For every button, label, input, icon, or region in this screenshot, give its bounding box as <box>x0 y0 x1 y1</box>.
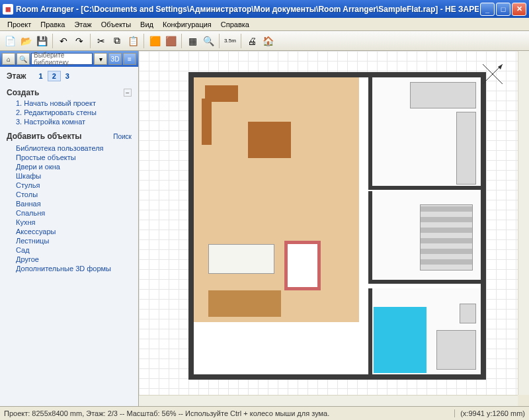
maximize-button[interactable]: □ <box>496 3 510 16</box>
link-new-project[interactable]: Начать новый проект <box>7 99 132 108</box>
floorplan[interactable] <box>188 72 486 380</box>
status-coords: (x:9941 y:1260 mm) <box>454 409 525 417</box>
link-room-settings[interactable]: Настройка комнат <box>7 117 132 126</box>
object-category-10[interactable]: Лестницы <box>7 236 132 245</box>
object-category-2[interactable]: Двери и окна <box>7 162 132 171</box>
copy-icon[interactable]: ⧉ <box>110 34 124 48</box>
undo-icon[interactable]: ↶ <box>56 34 71 48</box>
minimize-button[interactable]: _ <box>480 3 495 16</box>
object-category-8[interactable]: Кухня <box>7 218 132 227</box>
menu-project[interactable]: Проект <box>3 19 36 30</box>
counter[interactable] <box>410 82 476 108</box>
floor-label: Этаж <box>7 71 26 81</box>
object-category-13[interactable]: Дополнительные 3D формы <box>7 264 132 273</box>
nav-search-icon[interactable]: 🔍 <box>17 53 30 65</box>
search-link[interactable]: Поиск <box>113 133 132 140</box>
separator <box>52 34 53 48</box>
nav-home-icon[interactable]: ⌂ <box>2 53 15 65</box>
menubar: Проект Правка Этаж Объекты Вид Конфигура… <box>0 18 529 31</box>
object-category-6[interactable]: Ванная <box>7 199 132 208</box>
compass-icon <box>476 58 509 91</box>
toilet[interactable] <box>460 304 476 323</box>
object-category-9[interactable]: Аксессуары <box>7 227 132 236</box>
new-icon[interactable]: 📄 <box>3 34 17 48</box>
sofa[interactable] <box>208 244 274 274</box>
overview-icon[interactable]: ▦ <box>185 34 200 48</box>
cut-icon[interactable]: ✂ <box>94 34 108 48</box>
object-category-3[interactable]: Шкафы <box>7 171 132 181</box>
furniture[interactable] <box>208 290 281 317</box>
create-section: Создать − <box>7 88 132 97</box>
nav-panel: ⌂ 🔍 Выберите библиотеку... ▾ 3D ≡ <box>0 51 138 67</box>
menu-config[interactable]: Конфигурация <box>158 19 216 30</box>
window-title: Room Arranger - [C:\Documents and Settin… <box>16 5 479 14</box>
separator <box>219 34 220 48</box>
menu-view[interactable]: Вид <box>136 19 158 30</box>
add-objects-label: Добавить объекты <box>7 132 82 141</box>
shower[interactable] <box>436 330 476 370</box>
rug[interactable] <box>284 241 321 290</box>
canvas[interactable] <box>139 51 529 406</box>
floor-tab-1[interactable]: 1 <box>34 71 48 81</box>
paste-icon[interactable]: 📋 <box>126 34 140 48</box>
svg-marker-1 <box>498 64 503 69</box>
menu-objects[interactable]: Объекты <box>97 19 136 30</box>
print-icon[interactable]: 🖨 <box>245 34 259 48</box>
create-label: Создать <box>7 88 39 97</box>
cube2-icon[interactable]: 🟫 <box>163 34 178 48</box>
separator <box>143 34 144 48</box>
link-edit-walls[interactable]: Редактировать стены <box>7 108 132 117</box>
menu-floor[interactable]: Этаж <box>69 19 96 30</box>
floor-tab-3[interactable]: 3 <box>61 71 74 81</box>
collapse-icon[interactable]: − <box>124 89 132 97</box>
menu-help[interactable]: Справка <box>216 19 254 30</box>
counter[interactable] <box>456 112 476 185</box>
scrollbar-vertical[interactable] <box>518 51 529 395</box>
measure-icon[interactable]: 3.5m <box>223 34 237 48</box>
separator <box>90 34 91 48</box>
titlebar: ▦ Room Arranger - [C:\Documents and Sett… <box>0 0 529 18</box>
object-category-0[interactable]: Библиотека пользователя <box>7 144 132 153</box>
stairs[interactable] <box>420 204 473 271</box>
cube-icon[interactable]: 🟧 <box>147 34 162 48</box>
object-category-5[interactable]: Столы <box>7 190 132 199</box>
redo-icon[interactable]: ↷ <box>72 34 87 48</box>
object-category-4[interactable]: Стулья <box>7 181 132 190</box>
sidebar: ⌂ 🔍 Выберите библиотеку... ▾ 3D ≡ Этаж 1… <box>0 51 139 406</box>
floor-tab-2[interactable]: 2 <box>48 71 61 81</box>
object-category-12[interactable]: Другое <box>7 255 132 264</box>
app-icon: ▦ <box>3 4 13 15</box>
menu-edit[interactable]: Правка <box>36 19 69 30</box>
library-dropdown[interactable]: Выберите библиотеку... <box>31 53 93 65</box>
nav-list-icon[interactable]: ≡ <box>123 53 136 65</box>
living-room <box>194 77 359 322</box>
floor-section: Этаж 1 2 3 <box>7 71 132 81</box>
scroll-corner <box>518 395 529 406</box>
bath-tile <box>374 307 427 373</box>
open-icon[interactable]: 📂 <box>19 34 33 48</box>
separator <box>241 34 241 48</box>
object-category-1[interactable]: Простые объекты <box>7 153 132 162</box>
nav-dropdown-icon[interactable]: ▾ <box>94 53 107 65</box>
separator <box>181 34 182 48</box>
object-category-11[interactable]: Сад <box>7 245 132 255</box>
status-left: Проект: 8255x8400 mm, Этаж: 2/3 -- Масшт… <box>4 409 454 417</box>
save-icon[interactable]: 💾 <box>34 34 49 48</box>
scrollbar-horizontal[interactable] <box>139 395 518 406</box>
dining-table[interactable] <box>248 122 291 158</box>
statusbar: Проект: 8255x8400 mm, Этаж: 2/3 -- Масшт… <box>0 406 529 420</box>
zoom-icon[interactable]: 🔍 <box>201 34 216 48</box>
object-category-7[interactable]: Спальня <box>7 208 132 218</box>
furniture[interactable] <box>202 99 212 145</box>
3d-button[interactable]: 3D <box>108 53 122 65</box>
toolbar: 📄 📂 💾 ↶ ↷ ✂ ⧉ 📋 🟧 🟫 ▦ 🔍 3.5m 🖨 🏠 <box>0 31 529 51</box>
close-button[interactable]: ✕ <box>512 3 526 16</box>
home-icon[interactable]: 🏠 <box>261 34 275 48</box>
